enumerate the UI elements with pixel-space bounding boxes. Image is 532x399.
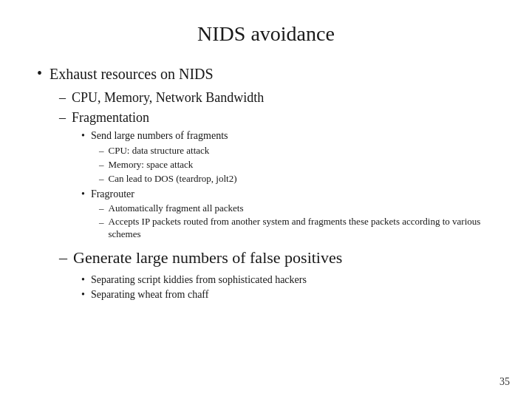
level4-text-memory: Memory: space attack <box>109 158 194 171</box>
level3-text-wheat: Separating wheat from chaff <box>91 287 209 302</box>
level4-item-dos: – Can lead to DOS (teardrop, jolt2) <box>99 172 495 185</box>
level3-text-send: Send large numbers of fragments <box>91 129 228 143</box>
level3-block-frag: • Send large numbers of fragments – CPU:… <box>81 129 495 241</box>
bullet-script: • <box>81 273 85 287</box>
level2-text-generate: Generate large numbers of false positive… <box>73 247 342 270</box>
slide-container: NIDS avoidance • Exhaust resources on NI… <box>0 0 532 399</box>
level4-dash-memory: – <box>99 158 104 171</box>
level4-block-fragrouter: – Automatically fragment all packets – A… <box>99 202 495 241</box>
level3-item-fragrouter: • Fragrouter <box>81 187 495 202</box>
level1-item-exhaust: • Exhaust resources on NIDS <box>37 64 495 84</box>
level4-dash-dos: – <box>99 172 104 185</box>
level3-text-fragrouter: Fragrouter <box>91 187 134 202</box>
dash-cpu: – <box>59 89 66 107</box>
level2-item-cpu: – CPU, Memory, Network Bandwidth <box>59 89 495 107</box>
level2-item-frag: – Fragmentation <box>59 109 495 127</box>
level2-item-generate: – Generate large numbers of false positi… <box>59 247 495 270</box>
level3-item-send: • Send large numbers of fragments <box>81 129 495 143</box>
level4-text-dos: Can lead to DOS (teardrop, jolt2) <box>109 172 237 185</box>
bullet-send: • <box>81 129 85 143</box>
level2-block: – CPU, Memory, Network Bandwidth – Fragm… <box>59 89 495 302</box>
level3-item-script: • Separating script kiddies from sophist… <box>81 273 495 287</box>
page-number: 35 <box>499 376 510 388</box>
level4-item-accepts: – Accepts IP packets routed from another… <box>99 216 495 241</box>
level2-text-cpu: CPU, Memory, Network Bandwidth <box>72 89 264 107</box>
level4-item-memory: – Memory: space attack <box>99 158 495 171</box>
level4-dash-auto: – <box>99 202 104 215</box>
level4-item-auto: – Automatically fragment all packets <box>99 202 495 215</box>
level4-text-cpu: CPU: data structure attack <box>109 144 210 157</box>
level3-block-extra: • Separating script kiddies from sophist… <box>81 273 495 302</box>
slide-title: NIDS avoidance <box>37 22 495 46</box>
level1-text-exhaust: Exhaust resources on NIDS <box>50 64 214 84</box>
dash-frag: – <box>59 109 66 127</box>
level4-dash-cpu: – <box>99 144 104 157</box>
dash-generate: – <box>59 247 67 270</box>
level2-text-frag: Fragmentation <box>72 109 149 127</box>
level4-text-accepts: Accepts IP packets routed from another s… <box>109 216 496 241</box>
level3-item-wheat: • Separating wheat from chaff <box>81 287 495 302</box>
bullet-dot-1: • <box>37 65 42 82</box>
level4-block-send: – CPU: data structure attack – Memory: s… <box>99 144 495 186</box>
bullet-fragrouter: • <box>81 187 85 202</box>
level3-text-script: Separating script kiddies from sophistic… <box>91 273 307 287</box>
level4-dash-accepts: – <box>99 216 104 229</box>
level4-item-cpu: – CPU: data structure attack <box>99 144 495 157</box>
bullet-wheat: • <box>81 287 85 302</box>
level4-text-auto: Automatically fragment all packets <box>109 202 244 215</box>
